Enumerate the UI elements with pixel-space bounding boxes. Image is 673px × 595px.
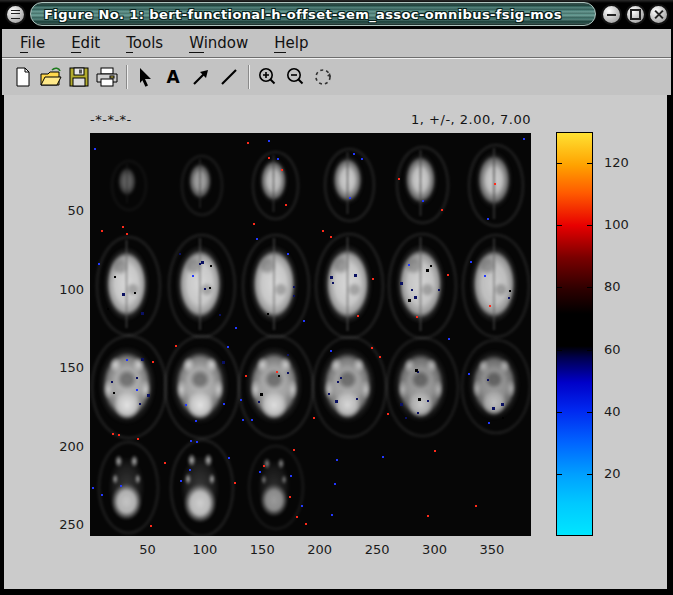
positive-voxel bbox=[416, 316, 418, 318]
title-bar[interactable]: Figure No. 1: bert-functional-h-offset-s… bbox=[0, 0, 673, 29]
brain-slice bbox=[465, 343, 523, 426]
arrow-tool-icon bbox=[190, 66, 212, 88]
positive-voxel bbox=[118, 434, 120, 436]
colorbar-tick-label: 80 bbox=[604, 279, 621, 294]
negative-voxel bbox=[185, 404, 187, 406]
close-button[interactable] bbox=[648, 4, 669, 25]
negative-voxel bbox=[94, 148, 96, 150]
arrow-tool-button[interactable] bbox=[188, 64, 214, 90]
positive-voxel bbox=[447, 274, 449, 276]
minimize-button[interactable] bbox=[601, 4, 622, 25]
positive-voxel bbox=[150, 525, 152, 527]
colorbar-tick-label: 60 bbox=[604, 342, 621, 357]
menu-edit[interactable]: Edit bbox=[71, 34, 100, 52]
dark-voxel bbox=[354, 274, 357, 277]
dark-voxel bbox=[136, 377, 138, 379]
x-tick-label: 100 bbox=[185, 542, 225, 557]
negative-voxel bbox=[251, 419, 253, 421]
negative-voxel bbox=[422, 200, 424, 202]
negative-voxel bbox=[488, 422, 490, 424]
dark-voxel bbox=[356, 398, 358, 400]
brain-montage-axes[interactable] bbox=[90, 133, 531, 536]
menu-file[interactable]: File bbox=[20, 34, 45, 52]
positive-voxel bbox=[245, 375, 247, 377]
dark-voxel bbox=[408, 299, 411, 302]
zoom-in-icon bbox=[255, 66, 279, 88]
brain-slice bbox=[115, 164, 139, 202]
negative-voxel bbox=[101, 494, 103, 496]
negative-voxel bbox=[484, 275, 486, 277]
text-tool-icon: A bbox=[162, 66, 184, 88]
zoom-in-button[interactable] bbox=[254, 64, 280, 90]
dark-voxel bbox=[222, 361, 225, 364]
negative-voxel bbox=[468, 373, 470, 375]
positive-voxel bbox=[112, 433, 114, 435]
negative-voxel bbox=[92, 487, 94, 489]
menu-tools[interactable]: Tools bbox=[126, 34, 163, 52]
positive-voxel bbox=[122, 226, 124, 228]
dark-voxel bbox=[414, 296, 417, 299]
brain-slice bbox=[390, 341, 451, 428]
positive-voxel bbox=[494, 183, 496, 185]
negative-voxel bbox=[98, 263, 100, 265]
threshold-annotation: 1, +/-, 2.00, 7.00 bbox=[304, 112, 531, 127]
negative-voxel bbox=[382, 456, 384, 458]
dark-voxel bbox=[122, 293, 125, 296]
dark-voxel bbox=[501, 403, 504, 406]
pointer-tool-button[interactable] bbox=[132, 64, 158, 90]
colorbar-tick-label: 120 bbox=[604, 155, 629, 170]
colorbar-tick bbox=[587, 287, 592, 288]
dark-voxel bbox=[111, 381, 113, 383]
positive-voxel bbox=[268, 157, 270, 159]
toolbar: A bbox=[2, 58, 671, 96]
menu-help-accel: H bbox=[274, 34, 285, 53]
window-menu-button[interactable] bbox=[5, 4, 26, 25]
brain-slice bbox=[174, 443, 226, 529]
close-icon bbox=[654, 10, 663, 19]
print-figure-button[interactable] bbox=[94, 64, 120, 90]
rotate-3d-button[interactable] bbox=[310, 64, 336, 90]
minimize-icon bbox=[607, 14, 616, 16]
y-tick-label: 250 bbox=[50, 517, 84, 532]
y-tick-label: 150 bbox=[50, 360, 84, 375]
maximize-button[interactable] bbox=[625, 4, 646, 25]
dark-voxel bbox=[426, 269, 429, 272]
figure-canvas: -*-*-*- 1, +/-, 2.00, 7.00 5010015020025… bbox=[4, 95, 667, 589]
brain-slice bbox=[242, 339, 306, 431]
positive-voxel bbox=[164, 462, 166, 464]
line-tool-button[interactable] bbox=[216, 64, 242, 90]
open-file-button[interactable] bbox=[38, 64, 64, 90]
open-file-icon bbox=[39, 66, 63, 88]
dark-voxel bbox=[201, 261, 204, 264]
brain-slice bbox=[400, 150, 441, 216]
negative-voxel bbox=[228, 457, 230, 459]
rotate-3d-icon bbox=[311, 66, 335, 88]
colorbar-tick bbox=[557, 287, 562, 288]
negative-voxel bbox=[330, 350, 332, 352]
dark-voxel bbox=[204, 288, 206, 290]
dark-voxel bbox=[400, 282, 403, 285]
positive-voxel bbox=[101, 230, 103, 232]
negative-voxel bbox=[290, 475, 292, 477]
dark-voxel bbox=[293, 295, 295, 297]
menu-tools-accel: T bbox=[126, 34, 133, 53]
colorbar-tick bbox=[587, 474, 592, 475]
dark-voxel bbox=[147, 394, 150, 397]
y-tick-label: 100 bbox=[50, 282, 84, 297]
dark-voxel bbox=[134, 292, 136, 294]
dark-voxel bbox=[430, 265, 432, 267]
x-tick-label: 350 bbox=[472, 542, 512, 557]
zoom-out-button[interactable] bbox=[282, 64, 308, 90]
save-figure-button[interactable] bbox=[66, 64, 92, 90]
dark-voxel bbox=[287, 372, 289, 374]
brain-slice bbox=[252, 449, 296, 522]
positive-voxel bbox=[489, 305, 491, 307]
menu-help[interactable]: Help bbox=[274, 34, 308, 52]
menu-window[interactable]: Window bbox=[189, 34, 248, 52]
positive-voxel bbox=[289, 496, 291, 498]
brain-slice bbox=[102, 445, 151, 527]
colorbar-tick bbox=[557, 350, 562, 351]
positive-voxel bbox=[371, 347, 373, 349]
text-tool-button[interactable]: A bbox=[160, 64, 186, 90]
new-figure-button[interactable] bbox=[10, 64, 36, 90]
